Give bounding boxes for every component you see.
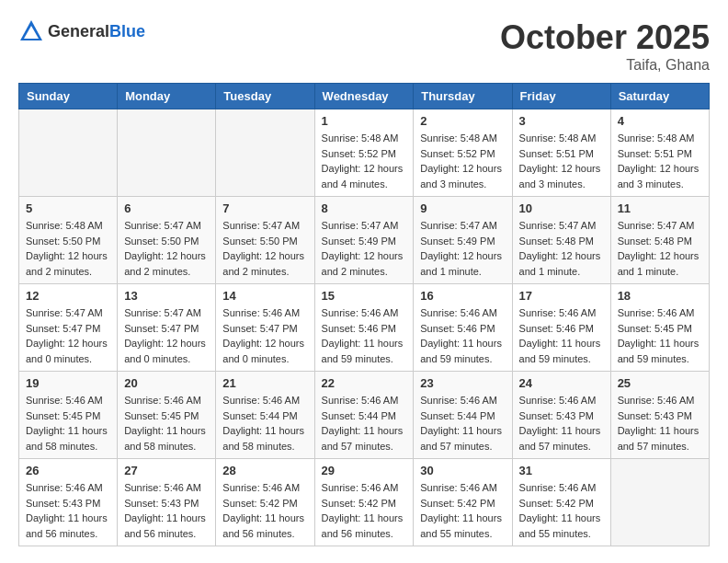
day-header-thursday: Thursday xyxy=(414,84,512,109)
calendar-cell: 14Sunrise: 5:46 AMSunset: 5:47 PMDayligh… xyxy=(216,284,314,372)
calendar-cell: 21Sunrise: 5:46 AMSunset: 5:44 PMDayligh… xyxy=(216,372,314,459)
day-info: Sunrise: 5:48 AMSunset: 5:52 PMDaylight:… xyxy=(322,131,407,191)
day-header-wednesday: Wednesday xyxy=(314,84,414,109)
calendar-cell: 16Sunrise: 5:46 AMSunset: 5:46 PMDayligh… xyxy=(414,284,512,372)
logo-general-text: General xyxy=(48,22,109,40)
day-info: Sunrise: 5:46 AMSunset: 5:45 PMDaylight:… xyxy=(618,305,702,366)
calendar-cell: 7Sunrise: 5:47 AMSunset: 5:50 PMDaylight… xyxy=(216,197,314,284)
day-number: 27 xyxy=(124,464,209,477)
calendar-cell xyxy=(610,459,709,546)
calendar-cell: 24Sunrise: 5:46 AMSunset: 5:43 PMDayligh… xyxy=(512,372,610,459)
calendar-cell: 12Sunrise: 5:47 AMSunset: 5:47 PMDayligh… xyxy=(19,284,118,372)
day-info: Sunrise: 5:47 AMSunset: 5:49 PMDaylight:… xyxy=(322,218,407,279)
day-info: Sunrise: 5:48 AMSunset: 5:51 PMDaylight:… xyxy=(519,131,604,191)
day-number: 19 xyxy=(26,376,110,390)
calendar-cell: 22Sunrise: 5:46 AMSunset: 5:44 PMDayligh… xyxy=(314,372,414,459)
day-number: 12 xyxy=(26,289,110,303)
day-header-monday: Monday xyxy=(118,84,216,109)
day-number: 20 xyxy=(124,376,209,390)
day-info: Sunrise: 5:46 AMSunset: 5:44 PMDaylight:… xyxy=(420,393,505,454)
title-block: October 2025 Taifa, Ghana xyxy=(500,18,710,74)
day-number: 31 xyxy=(519,464,604,477)
calendar-cell: 4Sunrise: 5:48 AMSunset: 5:51 PMDaylight… xyxy=(610,109,709,197)
day-number: 1 xyxy=(322,114,407,128)
day-info: Sunrise: 5:46 AMSunset: 5:43 PMDaylight:… xyxy=(618,393,702,454)
day-number: 24 xyxy=(519,376,604,390)
day-info: Sunrise: 5:47 AMSunset: 5:50 PMDaylight:… xyxy=(124,218,209,279)
day-info: Sunrise: 5:46 AMSunset: 5:45 PMDaylight:… xyxy=(124,393,209,454)
calendar-cell: 6Sunrise: 5:47 AMSunset: 5:50 PMDaylight… xyxy=(118,197,216,284)
day-number: 10 xyxy=(519,201,604,215)
calendar-table: SundayMondayTuesdayWednesdayThursdayFrid… xyxy=(18,83,710,546)
calendar-cell: 2Sunrise: 5:48 AMSunset: 5:52 PMDaylight… xyxy=(414,109,512,197)
day-number: 8 xyxy=(322,201,407,215)
calendar-cell: 20Sunrise: 5:46 AMSunset: 5:45 PMDayligh… xyxy=(118,372,216,459)
day-number: 7 xyxy=(222,201,307,215)
calendar-header-row: SundayMondayTuesdayWednesdayThursdayFrid… xyxy=(19,84,710,109)
calendar-cell: 11Sunrise: 5:47 AMSunset: 5:48 PMDayligh… xyxy=(610,197,709,284)
day-info: Sunrise: 5:46 AMSunset: 5:47 PMDaylight:… xyxy=(222,305,307,366)
logo-blue-text: Blue xyxy=(109,22,145,40)
day-number: 22 xyxy=(322,376,407,390)
day-info: Sunrise: 5:48 AMSunset: 5:50 PMDaylight:… xyxy=(26,218,110,279)
logo: GeneralBlue xyxy=(18,18,145,44)
day-info: Sunrise: 5:46 AMSunset: 5:42 PMDaylight:… xyxy=(322,480,407,541)
day-header-saturday: Saturday xyxy=(610,84,709,109)
day-info: Sunrise: 5:46 AMSunset: 5:42 PMDaylight:… xyxy=(222,480,307,541)
day-info: Sunrise: 5:46 AMSunset: 5:42 PMDaylight:… xyxy=(420,480,505,541)
day-number: 29 xyxy=(322,464,407,477)
calendar-cell: 30Sunrise: 5:46 AMSunset: 5:42 PMDayligh… xyxy=(414,459,512,546)
day-number: 16 xyxy=(420,289,505,303)
day-info: Sunrise: 5:46 AMSunset: 5:43 PMDaylight:… xyxy=(124,480,209,541)
day-number: 5 xyxy=(26,201,110,215)
day-number: 6 xyxy=(124,201,209,215)
day-info: Sunrise: 5:47 AMSunset: 5:47 PMDaylight:… xyxy=(124,305,209,366)
day-number: 9 xyxy=(420,201,505,215)
day-info: Sunrise: 5:46 AMSunset: 5:43 PMDaylight:… xyxy=(26,480,110,541)
day-number: 17 xyxy=(519,289,604,303)
day-info: Sunrise: 5:47 AMSunset: 5:48 PMDaylight:… xyxy=(519,218,604,279)
calendar-cell: 19Sunrise: 5:46 AMSunset: 5:45 PMDayligh… xyxy=(19,372,118,459)
day-number: 18 xyxy=(618,289,702,303)
month-title: October 2025 xyxy=(500,18,710,57)
calendar-cell: 17Sunrise: 5:46 AMSunset: 5:46 PMDayligh… xyxy=(512,284,610,372)
calendar-cell: 5Sunrise: 5:48 AMSunset: 5:50 PMDaylight… xyxy=(19,197,118,284)
calendar-cell: 15Sunrise: 5:46 AMSunset: 5:46 PMDayligh… xyxy=(314,284,414,372)
calendar-cell: 28Sunrise: 5:46 AMSunset: 5:42 PMDayligh… xyxy=(216,459,314,546)
day-info: Sunrise: 5:47 AMSunset: 5:50 PMDaylight:… xyxy=(222,218,307,279)
day-info: Sunrise: 5:46 AMSunset: 5:46 PMDaylight:… xyxy=(519,305,604,366)
day-info: Sunrise: 5:46 AMSunset: 5:44 PMDaylight:… xyxy=(322,393,407,454)
calendar-cell: 25Sunrise: 5:46 AMSunset: 5:43 PMDayligh… xyxy=(610,372,709,459)
day-number: 14 xyxy=(222,289,307,303)
calendar-cell: 27Sunrise: 5:46 AMSunset: 5:43 PMDayligh… xyxy=(118,459,216,546)
calendar-cell: 23Sunrise: 5:46 AMSunset: 5:44 PMDayligh… xyxy=(414,372,512,459)
calendar-cell: 26Sunrise: 5:46 AMSunset: 5:43 PMDayligh… xyxy=(19,459,118,546)
day-info: Sunrise: 5:47 AMSunset: 5:48 PMDaylight:… xyxy=(618,218,702,279)
day-number: 21 xyxy=(222,376,307,390)
calendar-cell: 29Sunrise: 5:46 AMSunset: 5:42 PMDayligh… xyxy=(314,459,414,546)
day-number: 25 xyxy=(618,376,702,390)
calendar-cell: 31Sunrise: 5:46 AMSunset: 5:42 PMDayligh… xyxy=(512,459,610,546)
day-number: 13 xyxy=(124,289,209,303)
location-text: Taifa, Ghana xyxy=(500,57,710,74)
day-info: Sunrise: 5:46 AMSunset: 5:45 PMDaylight:… xyxy=(26,393,110,454)
day-number: 3 xyxy=(519,114,604,128)
day-info: Sunrise: 5:46 AMSunset: 5:42 PMDaylight:… xyxy=(519,480,604,541)
calendar-cell xyxy=(19,109,118,197)
page-header: GeneralBlue October 2025 Taifa, Ghana xyxy=(18,18,710,74)
day-info: Sunrise: 5:47 AMSunset: 5:47 PMDaylight:… xyxy=(26,305,110,366)
calendar-week-4: 19Sunrise: 5:46 AMSunset: 5:45 PMDayligh… xyxy=(19,372,710,459)
calendar-week-5: 26Sunrise: 5:46 AMSunset: 5:43 PMDayligh… xyxy=(19,459,710,546)
day-header-friday: Friday xyxy=(512,84,610,109)
calendar-cell: 8Sunrise: 5:47 AMSunset: 5:49 PMDaylight… xyxy=(314,197,414,284)
day-header-sunday: Sunday xyxy=(19,84,118,109)
day-info: Sunrise: 5:48 AMSunset: 5:51 PMDaylight:… xyxy=(618,131,702,191)
calendar-cell: 18Sunrise: 5:46 AMSunset: 5:45 PMDayligh… xyxy=(610,284,709,372)
logo-icon xyxy=(18,18,44,44)
calendar-cell xyxy=(216,109,314,197)
day-number: 11 xyxy=(618,201,702,215)
calendar-cell: 13Sunrise: 5:47 AMSunset: 5:47 PMDayligh… xyxy=(118,284,216,372)
day-header-tuesday: Tuesday xyxy=(216,84,314,109)
calendar-week-1: 1Sunrise: 5:48 AMSunset: 5:52 PMDaylight… xyxy=(19,109,710,197)
day-info: Sunrise: 5:47 AMSunset: 5:49 PMDaylight:… xyxy=(420,218,505,279)
